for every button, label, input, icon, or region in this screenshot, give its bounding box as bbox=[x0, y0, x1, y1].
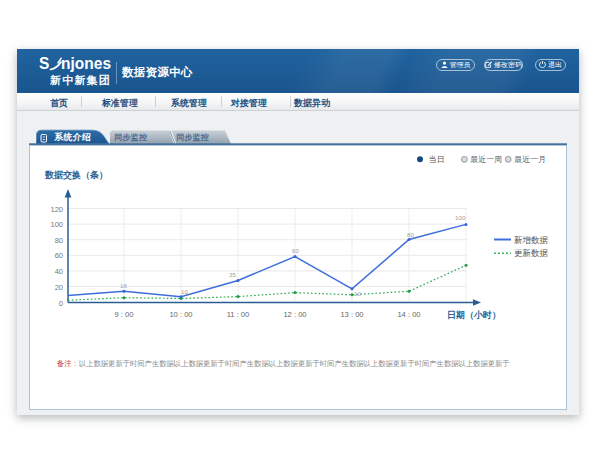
svg-text:120: 120 bbox=[50, 205, 63, 214]
svg-text:18: 18 bbox=[120, 282, 127, 289]
svg-text:100: 100 bbox=[50, 220, 63, 229]
svg-text:20: 20 bbox=[55, 283, 63, 292]
svg-text:11 : 00: 11 : 00 bbox=[227, 310, 250, 319]
svg-text:系统介绍: 系统介绍 bbox=[53, 132, 91, 142]
svg-text:新增数据: 新增数据 bbox=[514, 235, 549, 245]
svg-text:日期（小时）: 日期（小时） bbox=[447, 310, 501, 320]
svg-text:最近一周: 最近一周 bbox=[470, 155, 502, 164]
svg-text:9 : 00: 9 : 00 bbox=[115, 310, 134, 319]
svg-text:60: 60 bbox=[292, 247, 299, 254]
svg-text:14 : 00: 14 : 00 bbox=[397, 310, 420, 319]
svg-text:35: 35 bbox=[229, 271, 236, 278]
svg-text:更新数据: 更新数据 bbox=[514, 248, 549, 258]
svg-text:12 : 00: 12 : 00 bbox=[283, 310, 306, 319]
svg-text:100: 100 bbox=[455, 214, 466, 221]
svg-text:60: 60 bbox=[55, 251, 63, 260]
svg-text:10: 10 bbox=[354, 290, 361, 297]
svg-text:10: 10 bbox=[181, 288, 188, 295]
svg-text:0: 0 bbox=[59, 299, 63, 308]
svg-text:当日: 当日 bbox=[429, 155, 445, 164]
svg-text:80: 80 bbox=[407, 231, 414, 238]
svg-text:40: 40 bbox=[55, 267, 63, 276]
svg-text:同步监控: 同步监控 bbox=[114, 133, 147, 142]
svg-text:最近一月: 最近一月 bbox=[514, 155, 546, 164]
svg-text:10 : 00: 10 : 00 bbox=[169, 310, 192, 319]
svg-text:13 : 00: 13 : 00 bbox=[340, 310, 363, 319]
svg-text:同步监控: 同步监控 bbox=[176, 133, 209, 142]
svg-text:80: 80 bbox=[55, 236, 63, 245]
svg-text:数据交换（条）: 数据交换（条） bbox=[44, 170, 108, 180]
